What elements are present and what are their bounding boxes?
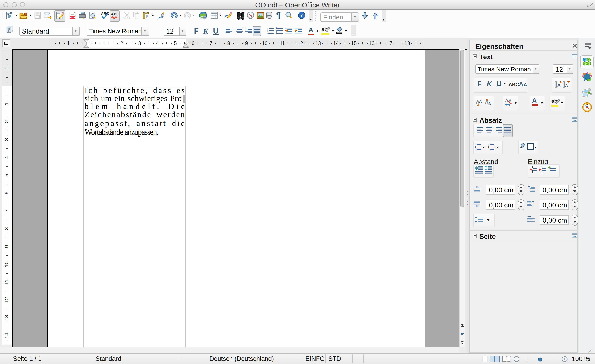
svg-text:V: V bbox=[509, 98, 511, 103]
svg-text:A: A bbox=[565, 83, 568, 88]
svg-text:PDF: PDF bbox=[70, 16, 75, 19]
svg-text:I: I bbox=[488, 143, 489, 146]
svg-text:I: I bbox=[268, 27, 268, 30]
svg-text:N: N bbox=[587, 103, 588, 105]
svg-text:III: III bbox=[267, 32, 269, 34]
svg-text:ABC: ABC bbox=[111, 12, 119, 16]
svg-text:A: A bbox=[557, 83, 561, 88]
svg-text:II: II bbox=[267, 30, 268, 32]
svg-text:A: A bbox=[479, 99, 482, 104]
svg-text:A: A bbox=[488, 102, 491, 106]
svg-text:?: ? bbox=[300, 13, 303, 18]
svg-text:II: II bbox=[488, 146, 489, 148]
svg-text:A: A bbox=[505, 98, 508, 103]
